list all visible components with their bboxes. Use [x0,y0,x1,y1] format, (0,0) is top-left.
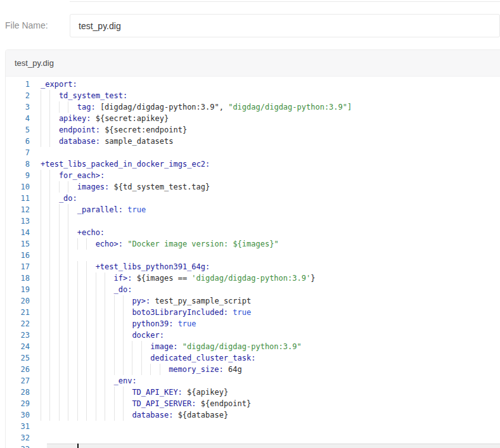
indent-guide [86,387,95,398]
indent-guide [41,295,49,307]
code-line[interactable]: 6database: sample_datasets [6,136,500,147]
code-line-content: if>: ${images == 'digdag/digdag-python:3… [41,272,500,284]
token-key: py>: [132,297,150,305]
code-editor[interactable]: 1_export:2td_system_test:3tag: [digdag/d… [6,77,500,448]
indent-guide [68,227,77,238]
code-line[interactable]: 21boto3LibraryIncluded: true [6,307,500,318]
indent-guide [132,341,141,352]
line-number: 7 [6,147,30,158]
token-key: +test_libs_python391_64g: [96,262,210,271]
code-line[interactable]: 5endpoint: ${secret:endpoint} [6,124,500,136]
indent-guide [59,295,68,307]
indent-guide [41,341,49,352]
code-line-content: TD_API_KEY: ${apikey} [41,387,500,398]
line-number: 5 [6,124,30,136]
indent-guide [41,227,49,238]
code-line[interactable]: 8+test_libs_packed_in_docker_imgs_ec2: [6,158,500,170]
code-line[interactable]: 23docker: [6,330,500,341]
indent-guide [41,330,49,341]
indent-guide [68,295,77,307]
indent-guide [105,398,113,409]
token-key: endpoint: [59,125,100,134]
code-line[interactable]: 13 [6,215,500,227]
indent-guide [41,238,49,250]
code-line[interactable]: 31 [6,421,500,432]
indent-guide [150,364,159,375]
indent-guide [59,352,68,364]
indent-guide [68,215,77,227]
indent-guide [77,238,86,250]
indent-guide [49,193,58,204]
indent-guide [49,124,58,136]
indent-guide [123,341,132,352]
indent-guide [41,215,49,227]
indent-guide [114,341,123,352]
indent-guide [114,330,123,341]
indent-guide [41,250,49,261]
indent-guide [49,227,58,238]
code-line[interactable]: 12_parallel: true [6,204,500,215]
code-line[interactable]: 10images: ${td_system_test.tag} [6,181,500,193]
code-line[interactable]: 32 [6,432,500,444]
indent-guide [77,364,86,375]
indent-guide [77,352,86,364]
indent-guide [49,341,58,352]
token-plain [173,319,177,328]
code-line[interactable]: 1_export: [6,79,500,90]
indent-guide [59,261,68,272]
line-number: 29 [6,398,30,409]
code-line[interactable]: 18if>: ${images == 'digdag/digdag-python… [6,272,500,284]
code-line[interactable]: 14+echo: [6,227,500,238]
code-line[interactable]: 2td_system_test: [6,90,500,101]
code-line-content: _do: [41,284,500,295]
token-plain [178,342,183,351]
token-key: database: [132,411,173,419]
horizontal-scrollbar[interactable] [47,444,500,448]
indent-guide [68,375,77,387]
indent-guide [59,204,68,215]
token-key: boto3LibraryIncluded: [132,308,228,317]
code-line[interactable]: 27_env: [6,375,500,387]
indent-guide [96,341,105,352]
code-line[interactable]: 26memory_size: 64g [6,364,500,375]
code-line[interactable]: 7 [6,147,500,158]
code-line[interactable]: 4apikey: ${secret:apikey} [6,113,500,124]
code-line-content: td_system_test: [41,90,500,101]
line-number: 2 [6,90,30,101]
code-line[interactable]: 30database: ${database} [6,409,500,421]
line-number: 20 [6,295,30,307]
token-key: for_each>: [59,171,105,180]
code-line[interactable]: 22python39: true [6,318,500,330]
code-line[interactable]: 11_do: [6,193,500,204]
code-line-content: _export: [41,79,500,90]
indent-guide [49,387,58,398]
token-key: tag: [77,103,96,112]
indent-guide [105,352,113,364]
code-line[interactable]: 24image: "digdag/digdag-python:3.9" [6,341,500,352]
code-line[interactable]: 29TD_API_SERVER: ${endpoint} [6,398,500,409]
token-key: TD_API_KEY: [132,388,182,397]
indent-guide [68,261,77,272]
token-plain: test_py_sample_script [150,297,251,305]
token-string: "digdag/digdag-python:3.9" [183,342,302,351]
token-key: apikey: [59,114,91,123]
indent-guide [96,318,105,330]
code-line[interactable]: 15echo>: "Docker image version: ${images… [6,238,500,250]
code-line[interactable]: 17+test_libs_python391_64g: [6,261,500,272]
code-line[interactable]: 20py>: test_py_sample_script [6,295,500,307]
indent-guide [68,352,77,364]
code-line-content: +test_libs_python391_64g: [41,261,500,272]
code-line[interactable]: 16 [6,250,500,261]
indent-guide [123,352,132,364]
code-line[interactable]: 28TD_API_KEY: ${apikey} [6,387,500,398]
indent-guide [49,307,58,318]
code-line[interactable]: 33 [6,444,500,448]
code-line[interactable]: 3tag: [digdag/digdag-python:3.9", "digda… [6,101,500,113]
code-line[interactable]: 19_do: [6,284,500,295]
file-name-input[interactable] [70,14,500,37]
token-plain: ${endpoint} [196,399,252,408]
indent-guide [77,261,86,272]
code-line[interactable]: 9for_each>: [6,170,500,181]
token-atom: true [178,319,196,328]
code-line[interactable]: 25dedicated_cluster_task: [6,352,500,364]
